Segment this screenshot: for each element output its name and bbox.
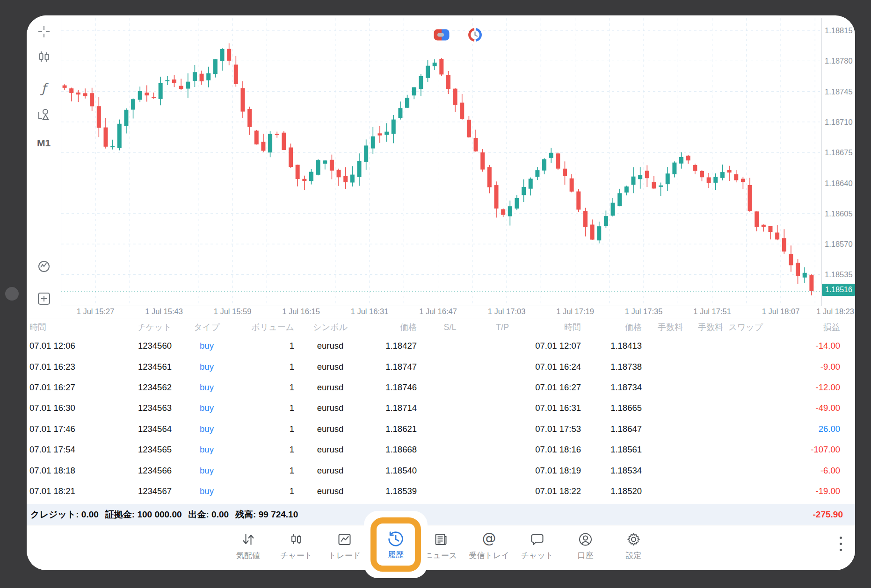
history-table-header: 時間チケットタイプボリュームシンボル価格S/LT/P時間価格手数料手数料スワップ…: [27, 319, 855, 336]
function-icon[interactable]: ƒ: [27, 78, 61, 98]
nav-item-mailbox[interactable]: @受信トレイ: [465, 532, 513, 561]
indicators-icon[interactable]: [27, 47, 61, 67]
cell-type: buy: [172, 382, 242, 393]
nav-label: 口座: [578, 550, 594, 561]
column-header-close_time: 時間: [522, 322, 581, 333]
nav-item-settings[interactable]: 設定: [610, 532, 658, 561]
price-axis-label: 1.18780: [825, 56, 853, 65]
cell-open_price: 1.18747: [366, 362, 417, 372]
cell-ticket: 1234566: [109, 466, 172, 476]
price-axis: 1.188151.187801.187451.187101.186751.186…: [823, 15, 855, 306]
cell-close_time: 07.01 16:24: [522, 362, 581, 372]
nav-item-quotes[interactable]: 気配値: [224, 532, 272, 561]
cell-type: buy: [172, 424, 242, 434]
cell-open_price: 1.18714: [366, 403, 417, 413]
nav-label: チャット: [521, 550, 554, 561]
nav-label: ニュース: [425, 550, 457, 561]
cell-open_price: 1.18540: [366, 466, 417, 476]
cell-ticket: 1234567: [109, 486, 172, 496]
history-highlight-halo: 履歴: [364, 511, 428, 578]
cell-close_price: 1.18734: [581, 382, 642, 393]
table-row[interactable]: 07.01 17:461234564buy1eurusd1.1862107.01…: [27, 419, 855, 439]
column-header-symbol: シンボル: [294, 322, 366, 333]
column-header-volume: ボリューム: [242, 322, 294, 333]
news-icon: [434, 532, 449, 549]
cell-close_time: 07.01 18:16: [522, 445, 581, 455]
nav-group: 気配値チャートトレード履歴ニュース@受信トレイチャット口座設定: [224, 532, 658, 561]
table-row[interactable]: 07.01 16:231234561buy1eurusd1.1874707.01…: [27, 356, 855, 377]
cell-open_price: 1.18427: [366, 341, 417, 351]
table-row[interactable]: 07.01 18:211234567buy1eurusd1.1853907.01…: [27, 481, 855, 502]
time-axis: 1 Jul 15:271 Jul 15:431 Jul 15:591 Jul 1…: [61, 306, 855, 318]
nav-item-charts[interactable]: チャート: [272, 532, 320, 561]
cell-profit: -49.00: [763, 403, 840, 413]
nav-item-trade[interactable]: トレード: [320, 532, 369, 561]
cell-volume: 1: [242, 466, 294, 476]
nav-item-chat[interactable]: チャット: [513, 532, 561, 561]
svg-text:@: @: [482, 532, 496, 546]
cell-profit: 26.00: [763, 424, 840, 434]
table-row[interactable]: 07.01 12:061234560buy1eurusd1.1842707.01…: [27, 336, 855, 356]
cell-type: buy: [172, 486, 242, 496]
cell-close_price: 1.18665: [581, 403, 642, 413]
candlestick-chart[interactable]: [61, 18, 822, 306]
cell-symbol: eurusd: [294, 341, 366, 351]
cell-open_time: 07.01 17:54: [29, 445, 109, 455]
cell-profit: -12.00: [763, 382, 840, 393]
column-header-open_price: 価格: [366, 322, 417, 333]
cell-symbol: eurusd: [294, 403, 366, 413]
nav-item-accounts[interactable]: 口座: [561, 532, 610, 561]
time-axis-label: 1 Jul 16:15: [271, 307, 332, 316]
cell-symbol: eurusd: [294, 362, 366, 372]
objects-icon[interactable]: [27, 105, 61, 125]
cell-volume: 1: [242, 403, 294, 413]
nav-label: 気配値: [236, 550, 260, 561]
total-profit: -275.90: [813, 509, 843, 520]
crosshair-icon[interactable]: [27, 22, 61, 42]
accounts-icon: [578, 532, 593, 549]
time-axis-label: 1 Jul 16:31: [339, 307, 400, 316]
cell-open_price: 1.18746: [366, 382, 417, 393]
table-row[interactable]: 07.01 16:301234563buy1eurusd1.1871407.01…: [27, 398, 855, 418]
cell-type: buy: [172, 445, 242, 455]
nav-label: トレード: [328, 550, 361, 561]
timeframe-button[interactable]: M1: [27, 133, 61, 153]
cell-close_price: 1.18738: [581, 362, 642, 372]
cell-volume: 1: [242, 424, 294, 434]
cell-open_time: 07.01 16:23: [29, 362, 109, 372]
price-axis-label: 1.18815: [825, 26, 853, 35]
chat-icon: [530, 532, 545, 549]
history-highlight-label: 履歴: [388, 549, 404, 560]
table-row[interactable]: 07.01 18:181234566buy1eurusd1.1854007.01…: [27, 460, 855, 480]
cell-close_time: 07.01 18:19: [522, 466, 581, 476]
cell-volume: 1: [242, 362, 294, 372]
history-highlight-ring[interactable]: 履歴: [370, 517, 421, 572]
cell-ticket: 1234561: [109, 362, 172, 372]
settings-icon: [626, 532, 641, 549]
table-row[interactable]: 07.01 17:541234565buy1eurusd1.1866807.01…: [27, 439, 855, 460]
time-axis-label: 1 Jul 15:43: [134, 307, 195, 316]
chart-toolbar: ƒ M1: [27, 15, 61, 317]
cell-open_price: 1.18668: [366, 445, 417, 455]
cell-open_price: 1.18621: [366, 424, 417, 434]
cell-ticket: 1234560: [109, 341, 172, 351]
account-summary-bar: クレジット: 0.00証拠金: 100 000.00出金: 0.00残高: 99…: [27, 504, 855, 525]
cell-ticket: 1234562: [109, 382, 172, 393]
quotes-icon: [240, 532, 256, 549]
add-object-icon[interactable]: [27, 288, 61, 309]
summary-item: クレジット: 0.00: [30, 509, 99, 521]
price-axis-label: 1.18675: [825, 148, 853, 157]
more-menu-icon[interactable]: [834, 537, 848, 560]
time-axis-label: 1 Jul 15:59: [202, 307, 263, 316]
summary-item: 証拠金: 100 000.00: [105, 509, 182, 521]
table-row[interactable]: 07.01 16:271234562buy1eurusd1.1874607.01…: [27, 377, 855, 398]
cell-close_time: 07.01 16:31: [522, 403, 581, 413]
history-icon: [386, 530, 405, 548]
quick-chart-icon[interactable]: [27, 256, 61, 277]
cell-ticket: 1234563: [109, 403, 172, 413]
price-axis-label: 1.18570: [825, 239, 853, 249]
cell-open_time: 07.01 18:21: [29, 486, 109, 496]
cell-type: buy: [172, 466, 242, 476]
charts-icon: [290, 532, 304, 549]
column-header-ticket: チケット: [109, 322, 172, 333]
